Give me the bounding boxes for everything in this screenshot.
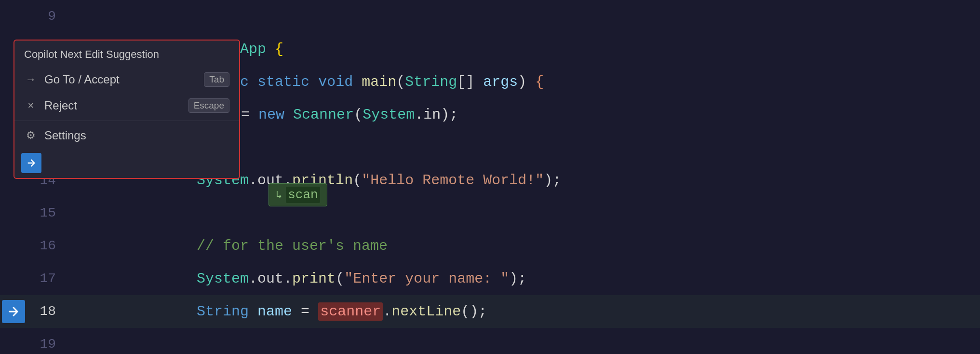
- token: =: [292, 303, 318, 320]
- settings-item[interactable]: ⚙ Settings: [14, 123, 239, 148]
- line-number-9: 9: [27, 0, 66, 33]
- arrow-right-icon: [7, 305, 20, 318]
- goto-accept-item[interactable]: → Go To / Accept Tab: [14, 67, 239, 93]
- line-number-19: 19: [27, 328, 66, 354]
- close-icon: ×: [24, 99, 38, 112]
- code-line-18: 18 String name = scanner.nextLine();: [0, 295, 980, 328]
- arrow-right-icon: →: [24, 73, 38, 86]
- goto-accept-shortcut: Tab: [204, 72, 229, 87]
- line-number-15: 15: [27, 197, 66, 230]
- line-number-17: 17: [27, 262, 66, 295]
- token: Scanner: [293, 107, 354, 123]
- token: .: [383, 303, 391, 320]
- copilot-popup: Copilot Next Edit Suggestion → Go To / A…: [13, 40, 240, 179]
- token: name: [257, 303, 292, 320]
- token: String: [197, 303, 257, 320]
- token: System: [362, 107, 415, 123]
- token: .in);: [415, 107, 458, 123]
- forward-arrow-icon: [26, 158, 37, 168]
- token: ();: [461, 303, 487, 320]
- goto-accept-label: Go To / Accept: [44, 73, 197, 86]
- token: nextLine: [391, 303, 461, 320]
- line-number-18: 18: [27, 295, 66, 328]
- scan-suggestion-tooltip: ↳ scan: [268, 183, 327, 206]
- code-editor: 9 10 public class App { 11 public static…: [0, 0, 980, 354]
- token: new: [258, 107, 293, 123]
- copilot-divider: [14, 121, 239, 121]
- token: [127, 303, 197, 320]
- suggestion-scan-label: scan: [286, 187, 320, 203]
- settings-icon: ⚙: [24, 129, 38, 142]
- copilot-popup-title: Copilot Next Edit Suggestion: [14, 41, 239, 67]
- settings-label: Settings: [44, 129, 229, 142]
- reject-label: Reject: [44, 99, 182, 112]
- scanner-highlight: scanner: [318, 302, 383, 321]
- suggestion-arrow-icon: ↳: [276, 189, 282, 202]
- line-content-20: // Greet the user: [66, 328, 980, 354]
- token: (: [354, 107, 362, 123]
- line-number-16: 16: [27, 230, 66, 262]
- token: );: [544, 172, 561, 189]
- token: "Hello Remote World!": [362, 172, 544, 189]
- reject-shortcut: Escape: [188, 98, 229, 113]
- line-arrow-button[interactable]: [2, 300, 25, 323]
- reject-item[interactable]: × Reject Escape: [14, 93, 239, 119]
- copilot-popup-bottom: [14, 148, 239, 178]
- copilot-arrow-btn[interactable]: [21, 153, 41, 173]
- token: (: [353, 172, 362, 189]
